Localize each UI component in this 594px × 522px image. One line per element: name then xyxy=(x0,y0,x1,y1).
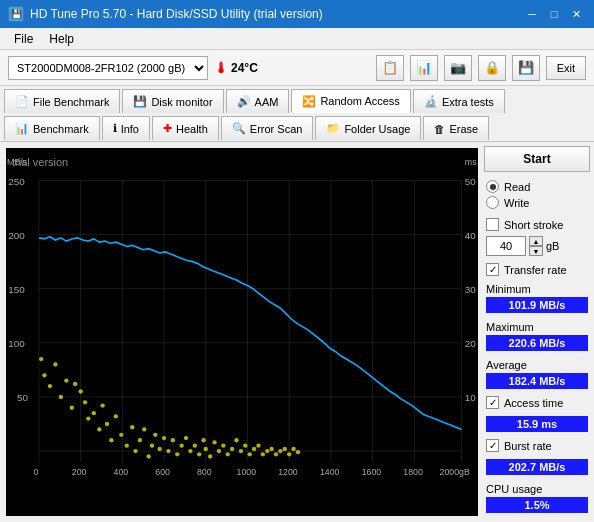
svg-point-99 xyxy=(296,450,300,454)
tab-info[interactable]: ℹ Info xyxy=(102,116,150,140)
svg-point-87 xyxy=(243,443,247,447)
radio-write[interactable]: Write xyxy=(486,196,588,209)
svg-point-77 xyxy=(201,438,205,442)
svg-point-71 xyxy=(175,452,179,456)
svg-point-65 xyxy=(150,443,154,447)
burst-rate-checkbox[interactable]: Burst rate xyxy=(484,438,590,453)
tab-health[interactable]: ✚ Health xyxy=(152,116,219,140)
svg-point-48 xyxy=(73,382,77,386)
temperature-value: 24°C xyxy=(231,61,258,75)
svg-text:50: 50 xyxy=(17,392,29,403)
svg-point-98 xyxy=(291,447,295,451)
svg-point-84 xyxy=(230,447,234,451)
svg-point-91 xyxy=(261,452,265,456)
right-panel: Start Read Write Short stroke ▲ ▼ gB xyxy=(484,142,594,522)
tab-error-scan-label: Error Scan xyxy=(250,123,303,135)
burst-rate-label: Burst rate xyxy=(504,440,552,452)
maximize-button[interactable]: □ xyxy=(544,4,564,24)
close-button[interactable]: ✕ xyxy=(566,4,586,24)
disk-monitor-icon: 💾 xyxy=(133,95,147,108)
access-time-value: 15.9 ms xyxy=(486,416,588,432)
svg-text:1600: 1600 xyxy=(362,467,382,477)
svg-point-70 xyxy=(171,438,175,442)
svg-point-89 xyxy=(252,447,256,451)
tab-folder-usage-label: Folder Usage xyxy=(344,123,410,135)
svg-point-92 xyxy=(265,449,269,453)
tab-benchmark[interactable]: 📊 Benchmark xyxy=(4,116,100,140)
svg-text:800: 800 xyxy=(197,467,212,477)
tab-random-access-label: Random Access xyxy=(320,95,399,107)
svg-text:1800: 1800 xyxy=(403,467,423,477)
svg-text:20: 20 xyxy=(465,338,477,349)
svg-text:0: 0 xyxy=(33,467,38,477)
svg-point-59 xyxy=(125,443,129,447)
disk-select[interactable]: ST2000DM008-2FR102 (2000 gB) xyxy=(8,56,208,80)
svg-point-41 xyxy=(39,357,43,361)
transfer-rate-checkbox[interactable]: Transfer rate xyxy=(484,262,590,277)
svg-text:200: 200 xyxy=(72,467,87,477)
tab-random-access[interactable]: 🔀 Random Access xyxy=(291,89,410,113)
minimize-button[interactable]: ─ xyxy=(522,4,542,24)
error-scan-icon: 🔍 xyxy=(232,122,246,135)
tab-file-benchmark[interactable]: 📄 File Benchmark xyxy=(4,89,120,113)
tab-erase[interactable]: 🗑 Erase xyxy=(423,116,489,140)
tab-aam-label: AAM xyxy=(255,96,279,108)
random-access-icon: 🔀 xyxy=(302,95,316,108)
svg-text:1200: 1200 xyxy=(278,467,298,477)
thermometer-icon: 🌡 xyxy=(214,60,228,76)
menu-file[interactable]: File xyxy=(8,30,39,48)
svg-point-67 xyxy=(157,447,161,451)
svg-point-94 xyxy=(274,452,278,456)
svg-text:1000: 1000 xyxy=(237,467,257,477)
access-time-label: Access time xyxy=(504,397,563,409)
menu-bar: File Help xyxy=(0,28,594,50)
svg-point-79 xyxy=(208,454,212,458)
start-button[interactable]: Start xyxy=(484,146,590,172)
svg-point-85 xyxy=(234,438,238,442)
svg-point-53 xyxy=(97,427,101,431)
erase-icon: 🗑 xyxy=(434,123,445,135)
toolbar-btn-save[interactable]: 💾 xyxy=(512,55,540,81)
transfer-rate-box xyxy=(486,263,499,276)
health-icon: ✚ xyxy=(163,122,172,135)
tab-error-scan[interactable]: 🔍 Error Scan xyxy=(221,116,314,140)
svg-text:10: 10 xyxy=(465,392,477,403)
svg-point-83 xyxy=(226,452,230,456)
svg-text:150: 150 xyxy=(8,284,25,295)
maximum-block: Maximum 220.6 MB/s xyxy=(486,321,588,351)
file-benchmark-icon: 📄 xyxy=(15,95,29,108)
spinbox-input[interactable] xyxy=(486,236,526,256)
toolbar-btn-camera[interactable]: 📷 xyxy=(444,55,472,81)
radio-read[interactable]: Read xyxy=(486,180,588,193)
spinbox-buttons: ▲ ▼ xyxy=(529,236,543,256)
spinbox-up[interactable]: ▲ xyxy=(529,236,543,246)
short-stroke-label: Short stroke xyxy=(504,219,563,231)
svg-point-61 xyxy=(133,449,137,453)
svg-point-43 xyxy=(48,384,52,388)
tab-aam[interactable]: 🔊 AAM xyxy=(226,89,290,113)
radio-read-label: Read xyxy=(504,181,530,193)
tab-info-label: Info xyxy=(121,123,139,135)
toolbar-btn-1[interactable]: 📋 xyxy=(376,55,404,81)
toolbar-btn-2[interactable]: 📊 xyxy=(410,55,438,81)
tab-extra-tests-label: Extra tests xyxy=(442,96,494,108)
exit-button[interactable]: Exit xyxy=(546,56,586,80)
toolbar-btn-4[interactable]: 🔒 xyxy=(478,55,506,81)
average-value: 182.4 MB/s xyxy=(486,373,588,389)
tab-disk-monitor[interactable]: 💾 Disk monitor xyxy=(122,89,223,113)
spinbox-down[interactable]: ▼ xyxy=(529,246,543,256)
menu-help[interactable]: Help xyxy=(43,30,80,48)
svg-point-51 xyxy=(86,416,90,420)
svg-point-44 xyxy=(53,362,57,366)
svg-point-66 xyxy=(153,433,157,437)
aam-icon: 🔊 xyxy=(237,95,251,108)
svg-point-78 xyxy=(204,447,208,451)
svg-text:40: 40 xyxy=(465,230,477,241)
svg-point-64 xyxy=(147,454,151,458)
average-block: Average 182.4 MB/s xyxy=(486,359,588,389)
tab-extra-tests[interactable]: 🔬 Extra tests xyxy=(413,89,505,113)
tab-folder-usage[interactable]: 📁 Folder Usage xyxy=(315,116,421,140)
access-time-checkbox[interactable]: Access time xyxy=(484,395,590,410)
short-stroke-checkbox[interactable]: Short stroke xyxy=(484,217,590,232)
cpu-usage-value: 1.5% xyxy=(486,497,588,513)
